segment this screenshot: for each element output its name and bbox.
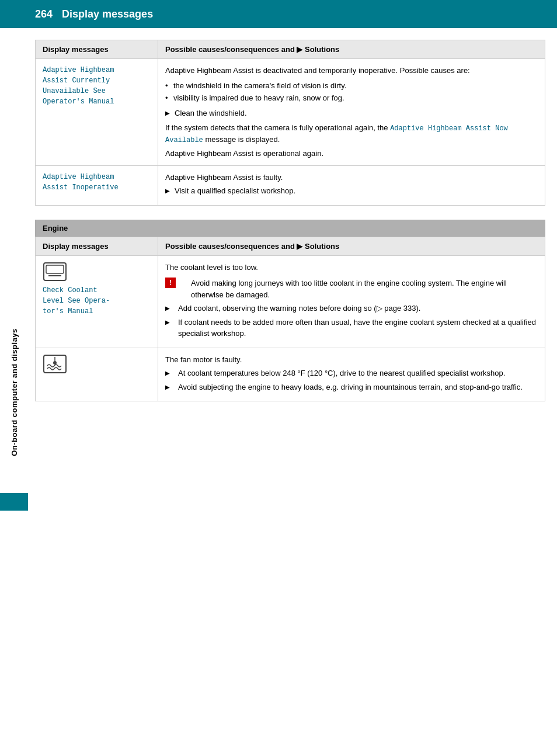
page-header: 264 Display messages bbox=[0, 0, 557, 28]
engine-section-header: Engine bbox=[35, 220, 545, 237]
display-message-fan bbox=[36, 348, 158, 401]
fan-motor-icon bbox=[43, 354, 67, 374]
sidebar-label: On-board computer and displays bbox=[0, 28, 28, 756]
solution-1: Adaptive Highbeam Assist is deactivated … bbox=[158, 59, 545, 166]
solution-2: Adaptive Highbeam Assist is faulty. Visi… bbox=[158, 165, 545, 205]
table1-col2-header: Possible causes/consequences and ▶ Solut… bbox=[158, 40, 545, 59]
svg-point-5 bbox=[53, 361, 57, 365]
main-content: Display messages Possible causes/consequ… bbox=[35, 28, 545, 439]
coolant-level-icon bbox=[43, 262, 67, 282]
engine-table: Display messages Possible causes/consequ… bbox=[35, 237, 545, 402]
table2-col1-header: Display messages bbox=[36, 237, 158, 255]
table-row: Check CoolantLevel See Opera-tor's Manua… bbox=[36, 255, 545, 348]
sidebar-blue-block bbox=[0, 493, 28, 511]
display-message-2: Adaptive HighbeamAssist Inoperative bbox=[36, 165, 158, 205]
page-number: 264 bbox=[35, 8, 53, 20]
solution-fan: The fan motor is faulty. At coolant temp… bbox=[158, 348, 545, 401]
display-message-1: Adaptive HighbeamAssist CurrentlyUnavail… bbox=[36, 59, 158, 166]
table2-col2-header: Possible causes/consequences and ▶ Solut… bbox=[158, 237, 545, 255]
table-row: Adaptive HighbeamAssist Inoperative Adap… bbox=[36, 165, 545, 205]
warning-icon: ! bbox=[165, 278, 176, 288]
solution-coolant: The coolant level is too low. ! Avoid ma… bbox=[158, 255, 545, 348]
sidebar-text: On-board computer and displays bbox=[10, 328, 19, 456]
table1-col1-header: Display messages bbox=[36, 40, 158, 59]
display-message-coolant: Check CoolantLevel See Opera-tor's Manua… bbox=[36, 255, 158, 348]
adaptive-highbeam-table: Display messages Possible causes/consequ… bbox=[35, 40, 545, 206]
table-row: The fan motor is faulty. At coolant temp… bbox=[36, 348, 545, 401]
svg-rect-1 bbox=[46, 265, 64, 273]
table-row: Adaptive HighbeamAssist CurrentlyUnavail… bbox=[36, 59, 545, 166]
page-title: Display messages bbox=[62, 8, 153, 20]
